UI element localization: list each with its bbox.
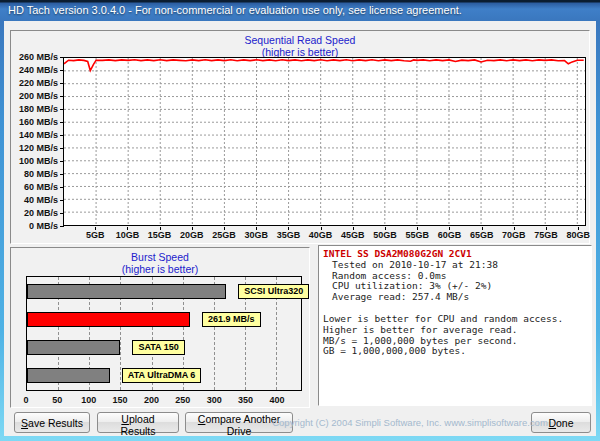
- burst-bar-label: SATA 150: [132, 340, 184, 355]
- drive-detail-line: Average read: 257.4 MB/s: [323, 292, 587, 303]
- read-x-tick-label: 20GB: [175, 230, 209, 240]
- burst-plot-area: SCSI Ultra320261.9 MB/sSATA 150ATA Ultra…: [26, 276, 302, 391]
- burst-x-tick-label: 100: [77, 395, 101, 405]
- window-content: Sequential Read Speed (higher is better)…: [4, 21, 596, 436]
- burst-bar-label: ATA UltraDMA 6: [122, 368, 202, 383]
- burst-x-tick-label: 0: [14, 395, 38, 405]
- burst-bar: [27, 312, 190, 327]
- read-y-tick-label: 200 MB/s: [14, 91, 58, 101]
- read-y-tick-mark: [60, 226, 64, 227]
- drive-details: Tested on 2010-10-17 at 21:38Random acce…: [323, 260, 587, 303]
- copyright-text: Copyright (C) 2004 Simpli Software, Inc.…: [272, 417, 548, 428]
- burst-x-tick-label: 350: [234, 395, 258, 405]
- read-y-tick-label: 260 MB/s: [14, 52, 58, 62]
- save-results-button[interactable]: Save Results: [14, 412, 90, 433]
- read-x-tick-mark: [288, 227, 289, 230]
- read-y-tick-label: 180 MB/s: [14, 104, 58, 114]
- read-y-tick-label: 100 MB/s: [14, 156, 58, 166]
- read-x-tick-mark: [449, 227, 450, 230]
- read-x-tick-mark: [353, 227, 354, 230]
- read-x-tick-label: 80GB: [561, 230, 595, 240]
- read-x-tick-label: 65GB: [465, 230, 499, 240]
- read-x-tick-mark: [514, 227, 515, 230]
- burst-x-tick-label: 300: [202, 395, 226, 405]
- read-y-tick-label: 60 MB/s: [14, 182, 58, 192]
- burst-speed-panel: Burst Speed (higher is better) SCSI Ultr…: [10, 247, 310, 408]
- read-x-tick-mark: [321, 227, 322, 230]
- burst-chart-title: Burst Speed: [11, 252, 309, 263]
- drive-info-panel: INTEL SS DSA2M080G2GN 2CV1 Tested on 201…: [318, 245, 592, 406]
- read-y-tick-label: 140 MB/s: [14, 130, 58, 140]
- read-x-tick-label: 10GB: [110, 230, 144, 240]
- read-y-tick-label: 40 MB/s: [14, 195, 58, 205]
- read-y-tick-label: 80 MB/s: [14, 169, 58, 179]
- read-y-tick-label: 220 MB/s: [14, 78, 58, 88]
- read-y-tick-label: 240 MB/s: [14, 65, 58, 75]
- read-x-tick-label: 40GB: [304, 230, 338, 240]
- read-x-tick-mark: [578, 227, 579, 230]
- read-x-tick-mark: [256, 227, 257, 230]
- read-y-tick-label: 20 MB/s: [14, 208, 58, 218]
- read-x-tick-mark: [546, 227, 547, 230]
- read-x-tick-label: 45GB: [336, 230, 370, 240]
- burst-chart-subtitle: (higher is better): [11, 264, 309, 275]
- read-x-tick-mark: [385, 227, 386, 230]
- window-titlebar[interactable]: HD Tach version 3.0.4.0 - For non-commer…: [0, 0, 600, 21]
- read-line-chart: [64, 58, 585, 225]
- read-y-tick-label: 120 MB/s: [14, 143, 58, 153]
- burst-x-tick-label: 250: [171, 395, 195, 405]
- burst-x-tick-label: 200: [139, 395, 163, 405]
- read-x-tick-label: 5GB: [78, 230, 112, 240]
- burst-x-tick-label: 400: [265, 395, 289, 405]
- burst-bar: [27, 284, 226, 299]
- burst-x-tick-label: 50: [45, 395, 69, 405]
- read-x-tick-mark: [482, 227, 483, 230]
- upload-results-button[interactable]: Upload Results: [97, 412, 179, 433]
- burst-x-tick-label: 150: [108, 395, 132, 405]
- read-x-tick-label: 55GB: [400, 230, 434, 240]
- read-x-tick-mark: [160, 227, 161, 230]
- burst-bar: [27, 340, 120, 355]
- read-x-tick-mark: [224, 227, 225, 230]
- read-x-tick-mark: [192, 227, 193, 230]
- read-x-tick-label: 75GB: [529, 230, 563, 240]
- read-x-tick-label: 30GB: [239, 230, 273, 240]
- burst-bar: [27, 368, 110, 383]
- sequential-read-panel: Sequential Read Speed (higher is better)…: [10, 30, 590, 244]
- drive-detail-line: Tested on 2010-10-17 at 21:38: [323, 260, 587, 271]
- read-x-tick-mark: [127, 227, 128, 230]
- read-y-tick-label: 160 MB/s: [14, 117, 58, 127]
- read-speed-line: [64, 60, 584, 71]
- hdtach-window: HD Tach version 3.0.4.0 - For non-commer…: [0, 0, 600, 441]
- read-x-tick-mark: [417, 227, 418, 230]
- read-x-tick-label: 50GB: [368, 230, 402, 240]
- window-title: HD Tach version 3.0.4.0 - For non-commer…: [8, 4, 462, 16]
- read-plot-area: [63, 57, 586, 226]
- read-chart-title: Sequential Read Speed: [11, 35, 589, 46]
- read-x-tick-label: 70GB: [497, 230, 531, 240]
- info-note-line: GB = 1,000,000,000 bytes.: [323, 346, 587, 357]
- read-y-tick-label: 0 MB/s: [14, 221, 58, 231]
- read-x-tick-label: 25GB: [207, 230, 241, 240]
- burst-bar-label: SCSI Ultra320: [238, 284, 309, 299]
- read-x-tick-label: 15GB: [143, 230, 177, 240]
- read-x-tick-label: 35GB: [271, 230, 305, 240]
- info-notes: Lower is better for CPU and random acces…: [323, 314, 587, 357]
- burst-bar-label: 261.9 MB/s: [202, 312, 261, 327]
- info-note-line: Higher is better for average read.: [323, 325, 587, 336]
- read-x-tick-label: 60GB: [432, 230, 466, 240]
- read-x-tick-mark: [95, 227, 96, 230]
